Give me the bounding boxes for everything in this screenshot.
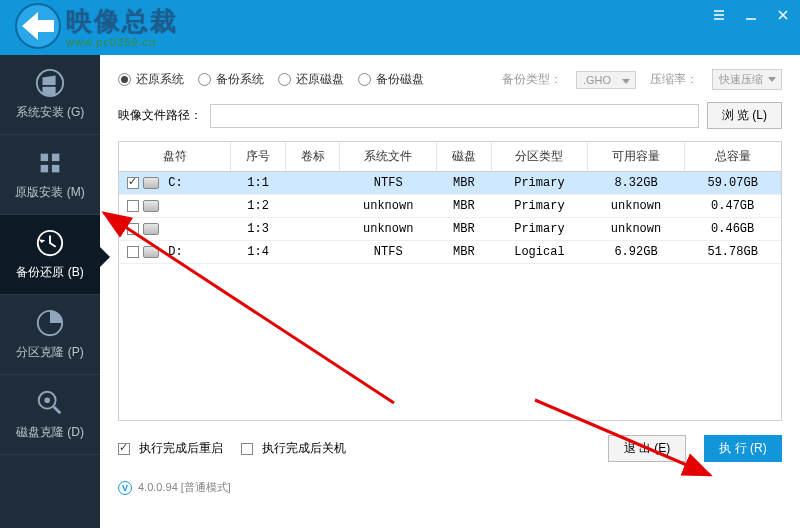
row-checkbox[interactable] — [127, 223, 139, 235]
windows-icon — [35, 68, 65, 98]
radio-restore-disk[interactable]: 还原磁盘 — [278, 71, 344, 88]
cell-free: 6.92GB — [588, 241, 685, 264]
cell-disk: MBR — [437, 172, 492, 195]
cell-vol — [285, 172, 340, 195]
row-checkbox[interactable] — [127, 177, 139, 189]
exit-button[interactable]: 退 出 (E) — [608, 435, 686, 462]
logo-icon — [14, 2, 62, 50]
cell-total: 59.07GB — [684, 172, 781, 195]
table-header[interactable]: 序号 — [231, 142, 286, 172]
cell-ptype: Primary — [491, 218, 588, 241]
sidebar-active-indicator — [100, 247, 110, 267]
path-label: 映像文件路径： — [118, 107, 202, 124]
compress-label: 压缩率： — [650, 71, 698, 88]
cell-total: 0.46GB — [684, 218, 781, 241]
radio-backup-system[interactable]: 备份系统 — [198, 71, 264, 88]
minimize-icon[interactable] — [740, 4, 762, 26]
table-header[interactable]: 可用容量 — [588, 142, 685, 172]
app-title: 映像总裁 — [66, 4, 178, 39]
sidebar-item-backup-restore[interactable]: 备份还原 (B) — [0, 215, 100, 295]
cell-fs: NTFS — [340, 241, 437, 264]
sidebar-item-partition-clone[interactable]: 分区克隆 (P) — [0, 295, 100, 375]
table-header[interactable]: 卷标 — [285, 142, 340, 172]
image-path-input[interactable] — [210, 104, 699, 128]
radio-backup-disk[interactable]: 备份磁盘 — [358, 71, 424, 88]
sidebar: 系统安装 (G) 原版安装 (M) 备份还原 (B) 分区克隆 (P) 磁盘克隆… — [0, 55, 100, 528]
sidebar-item-label: 原版安装 (M) — [15, 184, 84, 201]
cell-fs: NTFS — [340, 172, 437, 195]
cell-ptype: Primary — [491, 195, 588, 218]
cell-seq: 1:2 — [231, 195, 286, 218]
operation-options: 还原系统 备份系统 还原磁盘 备份磁盘 备份类型： .GHO 压缩率： 快速压缩 — [100, 55, 800, 98]
radio-restore-system[interactable]: 还原系统 — [118, 71, 184, 88]
table-header[interactable]: 总容量 — [684, 142, 781, 172]
sidebar-item-label: 磁盘克隆 (D) — [16, 424, 84, 441]
cell-ptype: Primary — [491, 172, 588, 195]
svg-rect-2 — [41, 154, 49, 162]
radio-label: 备份系统 — [216, 71, 264, 88]
browse-button[interactable]: 浏 览 (L) — [707, 102, 782, 129]
table-header[interactable]: 磁盘 — [437, 142, 492, 172]
backup-type-combo[interactable]: .GHO — [576, 71, 636, 89]
sidebar-item-disk-clone[interactable]: 磁盘克隆 (D) — [0, 375, 100, 455]
svg-rect-5 — [52, 165, 60, 173]
drive-icon — [143, 177, 159, 189]
compress-combo[interactable]: 快速压缩 — [712, 69, 782, 90]
sidebar-item-system-install[interactable]: 系统安装 (G) — [0, 55, 100, 135]
cell-disk: MBR — [437, 241, 492, 264]
table-row[interactable]: 1:2unknownMBRPrimaryunknown0.47GB — [119, 195, 781, 218]
cell-free: unknown — [588, 218, 685, 241]
restore-icon — [35, 228, 65, 258]
svg-rect-4 — [41, 165, 49, 173]
version-badge-icon: V — [118, 481, 132, 495]
row-checkbox[interactable] — [127, 246, 139, 258]
svg-rect-3 — [52, 154, 60, 162]
drive-icon — [143, 246, 159, 258]
cell-vol — [285, 195, 340, 218]
table-header[interactable]: 盘符 — [119, 142, 231, 172]
footer-row: 执行完成后重启 执行完成后关机 退 出 (E) 执 行 (R) — [100, 421, 800, 476]
cell-disk: MBR — [437, 218, 492, 241]
cell-fs: unknown — [340, 195, 437, 218]
checkbox-label: 执行完成后关机 — [262, 440, 346, 457]
main-panel: 还原系统 备份系统 还原磁盘 备份磁盘 备份类型： .GHO 压缩率： 快速压缩… — [100, 55, 800, 528]
checkbox-shutdown-after[interactable]: 执行完成后关机 — [241, 440, 346, 457]
app-logo: 映像总裁 www.pc0359.cn — [14, 2, 62, 54]
cell-fs: unknown — [340, 218, 437, 241]
radio-label: 还原系统 — [136, 71, 184, 88]
close-icon[interactable] — [772, 4, 794, 26]
cell-vol — [285, 241, 340, 264]
drive-icon — [143, 200, 159, 212]
sidebar-item-label: 备份还原 (B) — [16, 264, 83, 281]
disk-search-icon — [35, 388, 65, 418]
cell-seq: 1:1 — [231, 172, 286, 195]
backup-type-label: 备份类型： — [502, 71, 562, 88]
table-header[interactable]: 系统文件 — [340, 142, 437, 172]
table-header[interactable]: 分区类型 — [491, 142, 588, 172]
cell-seq: 1:4 — [231, 241, 286, 264]
sidebar-item-original-install[interactable]: 原版安装 (M) — [0, 135, 100, 215]
sidebar-item-label: 分区克隆 (P) — [16, 344, 83, 361]
cell-free: unknown — [588, 195, 685, 218]
app-url: www.pc0359.cn — [66, 36, 156, 48]
cell-total: 51.78GB — [684, 241, 781, 264]
version-bar: V 4.0.0.94 [普通模式] — [100, 476, 800, 503]
run-button[interactable]: 执 行 (R) — [704, 435, 782, 462]
radio-label: 还原磁盘 — [296, 71, 344, 88]
cell-vol — [285, 218, 340, 241]
table-row[interactable]: C:1:1NTFSMBRPrimary8.32GB59.07GB — [119, 172, 781, 195]
image-path-row: 映像文件路径： 浏 览 (L) — [100, 98, 800, 141]
drive-icon — [143, 223, 159, 235]
menu-icon[interactable] — [708, 4, 730, 26]
table-row[interactable]: D:1:4NTFSMBRLogical6.92GB51.78GB — [119, 241, 781, 264]
checkbox-restart-after[interactable]: 执行完成后重启 — [118, 440, 223, 457]
row-checkbox[interactable] — [127, 200, 139, 212]
version-text: 4.0.0.94 [普通模式] — [138, 480, 231, 495]
checkbox-label: 执行完成后重启 — [139, 440, 223, 457]
cell-seq: 1:3 — [231, 218, 286, 241]
partition-table: 盘符序号卷标系统文件磁盘分区类型可用容量总容量 C:1:1NTFSMBRPrim… — [118, 141, 782, 421]
windows-tiles-icon — [35, 148, 65, 178]
title-bar: 映像总裁 www.pc0359.cn — [0, 0, 800, 55]
cell-ptype: Logical — [491, 241, 588, 264]
table-row[interactable]: 1:3unknownMBRPrimaryunknown0.46GB — [119, 218, 781, 241]
